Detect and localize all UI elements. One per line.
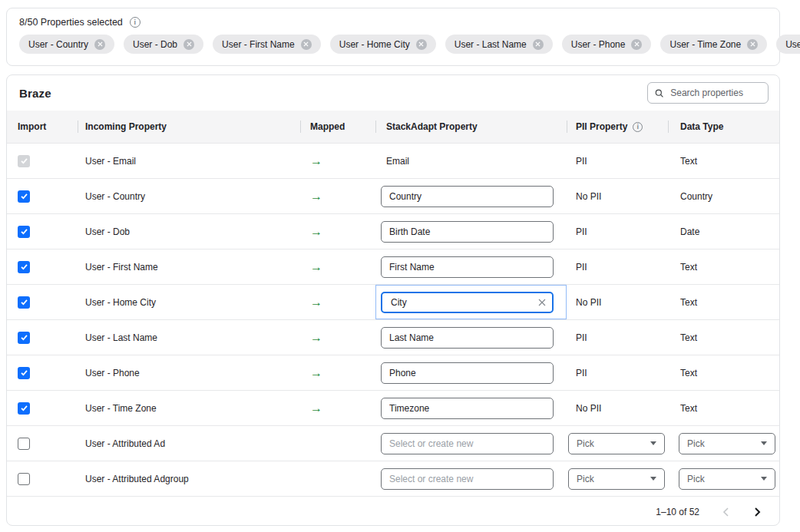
incoming-property-label: User - Country <box>85 191 145 202</box>
import-checkbox[interactable] <box>18 332 30 344</box>
pii-value: PII <box>576 156 587 167</box>
table-header: Import Incoming Property Mapped StackAda… <box>7 111 779 143</box>
pii-info-icon[interactable]: i <box>633 122 643 132</box>
import-checkbox[interactable] <box>18 190 30 203</box>
chip-label: User - Time Zone <box>669 39 741 50</box>
incoming-property-label: User - Attributed Ad <box>85 438 165 449</box>
clear-input-icon[interactable] <box>538 299 546 306</box>
chip-user-last-name: User - Last Name <box>445 35 553 54</box>
pii-select[interactable]: Pick <box>568 468 665 490</box>
pagination-next-button[interactable] <box>752 506 764 518</box>
stackadapt-property-label: Email <box>386 156 409 167</box>
chip-user-country: User - Country <box>19 35 114 54</box>
search-box[interactable] <box>647 82 769 104</box>
incoming-property-label: User - Dob <box>85 226 130 237</box>
import-checkbox[interactable] <box>18 226 30 238</box>
mapped-arrow-icon: → <box>310 367 322 379</box>
chip-remove-icon[interactable] <box>416 39 427 50</box>
table-row: User - Dob → PII Date <box>7 213 779 249</box>
search-input[interactable] <box>669 87 761 99</box>
import-checkbox[interactable] <box>18 296 30 309</box>
pii-value: PII <box>576 262 587 273</box>
chevron-left-icon <box>722 507 729 517</box>
pii-select[interactable]: Pick <box>568 433 665 454</box>
chip-label: User - Home City <box>339 39 410 50</box>
incoming-property-label: User - Home City <box>85 297 156 308</box>
stackadapt-property-input[interactable] <box>381 221 554 243</box>
chevron-down-icon <box>650 441 656 445</box>
mapped-arrow-icon: → <box>310 155 322 167</box>
table-row: User - First Name → PII Text <box>7 249 779 284</box>
pagination-range-label: 1–10 of 52 <box>656 507 699 517</box>
chip-remove-icon[interactable] <box>94 39 105 50</box>
chip-remove-icon[interactable] <box>747 39 758 50</box>
pii-value: No PII <box>576 191 601 202</box>
incoming-property-label: User - Phone <box>85 368 140 378</box>
table-row: User - Country → No PII Country <box>7 178 779 213</box>
stackadapt-property-input[interactable] <box>381 256 554 278</box>
chip-label: User - Phone <box>571 39 626 50</box>
import-checkbox[interactable] <box>18 473 30 485</box>
data-type-value: Text <box>680 156 697 167</box>
pii-value: PII <box>576 368 587 378</box>
chip-remove-icon[interactable] <box>631 39 642 50</box>
chevron-down-icon <box>650 477 656 481</box>
pii-value: PII <box>576 226 587 237</box>
stackadapt-property-input[interactable] <box>381 433 554 454</box>
mapped-arrow-icon: → <box>310 261 322 273</box>
stackadapt-property-input[interactable] <box>381 468 554 490</box>
pii-value: No PII <box>576 297 601 308</box>
data-type-select[interactable]: Pick <box>679 433 775 454</box>
mapped-arrow-icon: → <box>310 226 322 238</box>
chip-user-home-city: User - Home City <box>330 35 436 54</box>
column-header-mapped: Mapped <box>300 111 375 143</box>
import-checkbox[interactable] <box>18 367 30 379</box>
import-checkbox[interactable] <box>18 438 30 450</box>
column-header-import: Import <box>7 111 78 143</box>
data-type-select[interactable]: Pick <box>679 468 775 490</box>
data-type-value: Text <box>680 368 697 378</box>
data-type-value: Text <box>680 297 697 308</box>
selected-chips-row: User - Country User - Dob User - First N… <box>19 35 767 54</box>
chip-remove-icon[interactable] <box>183 39 194 50</box>
mapping-panel: Braze Import Incoming Property Mapped St… <box>6 74 780 526</box>
stackadapt-property-input[interactable] <box>381 362 554 384</box>
mapped-arrow-icon: → <box>310 296 322 309</box>
incoming-property-label: User - Attributed Adgroup <box>85 474 189 484</box>
column-header-pii: PII Property i <box>567 111 668 143</box>
mapped-arrow-icon: → <box>310 190 322 203</box>
pii-value: No PII <box>576 403 601 414</box>
stackadapt-property-input[interactable] <box>389 296 534 309</box>
data-type-value: Text <box>680 262 697 273</box>
column-header-stackadapt: StackAdapt Property <box>375 111 567 143</box>
import-checkbox[interactable] <box>18 261 30 273</box>
mapped-arrow-icon: → <box>310 332 322 344</box>
stackadapt-property-input[interactable] <box>381 327 554 349</box>
chip-user-time-zone: User - Time Zone <box>660 35 767 54</box>
selection-summary-panel: 8/50 Properties selected i User - Countr… <box>6 8 780 66</box>
pagination-prev-button[interactable] <box>719 506 732 518</box>
chip-label: User - Dob <box>133 39 177 50</box>
data-type-value: Text <box>680 403 697 414</box>
table-row: User - Email → Email PII Text <box>7 143 779 178</box>
table-row: User - Home City → No PII Text <box>7 284 779 319</box>
column-header-data-type: Data Type <box>668 111 779 143</box>
data-type-value: Country <box>680 191 712 202</box>
search-icon <box>655 88 663 98</box>
import-checkbox[interactable] <box>18 155 30 167</box>
pii-value: PII <box>576 332 587 343</box>
chip-label: User - Country <box>28 39 88 50</box>
chip-remove-icon[interactable] <box>533 39 544 50</box>
chip-label: User - Email <box>785 39 800 50</box>
data-type-value: Date <box>680 226 699 237</box>
incoming-property-label: User - Time Zone <box>85 403 157 414</box>
chip-user-first-name: User - First Name <box>213 35 321 54</box>
import-checkbox[interactable] <box>18 402 30 415</box>
stackadapt-property-input-focused[interactable] <box>381 292 554 313</box>
table-row: User - Attributed Ad Pick Pick <box>7 425 779 461</box>
selection-info-icon[interactable]: i <box>130 17 140 28</box>
stackadapt-property-input[interactable] <box>381 398 554 419</box>
chip-remove-icon[interactable] <box>301 39 312 50</box>
stackadapt-property-input[interactable] <box>381 186 554 207</box>
incoming-property-label: User - Last Name <box>85 332 157 343</box>
